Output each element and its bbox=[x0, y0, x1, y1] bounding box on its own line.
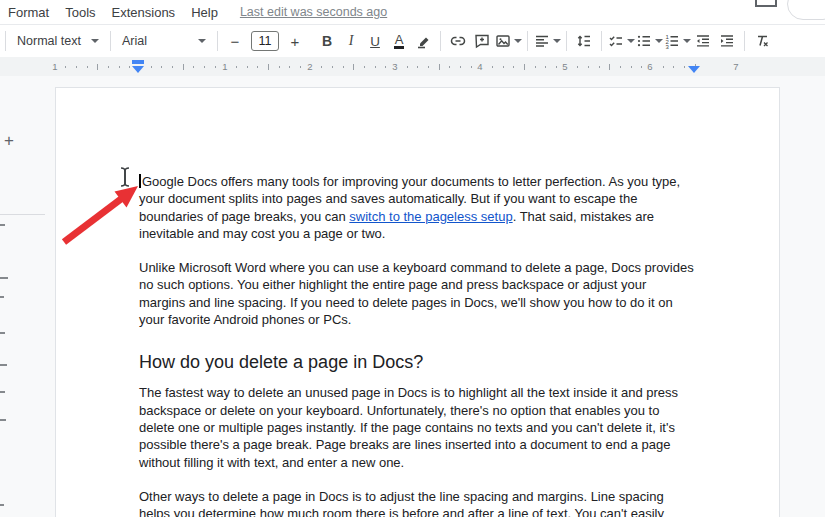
toolbar-divider bbox=[527, 31, 528, 51]
clear-formatting-button[interactable] bbox=[750, 29, 774, 53]
toolbar-divider bbox=[601, 31, 602, 51]
outline-item-mark bbox=[0, 332, 5, 334]
increase-indent-button[interactable] bbox=[715, 29, 739, 53]
font-family-dropdown[interactable]: Arial bbox=[116, 29, 212, 53]
align-button[interactable] bbox=[533, 29, 561, 53]
menu-format[interactable]: Format bbox=[0, 5, 57, 20]
chevron-down-icon bbox=[683, 39, 691, 43]
ruler-number: 1 bbox=[219, 60, 230, 73]
line-spacing-button[interactable] bbox=[572, 29, 596, 53]
toolbar-divider bbox=[566, 31, 567, 51]
document-canvas: + Google Docs offers many tools for impr… bbox=[0, 76, 825, 517]
increase-indent-icon bbox=[718, 32, 736, 50]
paragraph[interactable]: The fastest way to delete an unused page… bbox=[139, 384, 695, 470]
decrease-indent-icon bbox=[694, 32, 712, 50]
format-toolbar: Normal text Arial − 11 + B I U A bbox=[0, 25, 825, 57]
paragraph[interactable]: Google Docs offers many tools for improv… bbox=[139, 173, 695, 242]
image-icon bbox=[494, 32, 512, 50]
chevron-down-icon bbox=[91, 39, 99, 43]
right-indent-marker[interactable] bbox=[688, 66, 700, 73]
horizontal-ruler[interactable]: 1 1 2 3 4 5 6 7 bbox=[0, 57, 825, 76]
paragraph[interactable]: Other ways to delete a page in Docs is t… bbox=[139, 488, 695, 517]
font-size-increase-button[interactable]: + bbox=[283, 29, 307, 53]
last-edit-link[interactable]: Last edit was seconds ago bbox=[240, 5, 387, 19]
toolbar-divider bbox=[110, 31, 111, 51]
outline-item-mark bbox=[0, 296, 4, 298]
pageless-setup-link[interactable]: switch to the pageless setup bbox=[349, 209, 512, 224]
comment-icon bbox=[473, 32, 491, 50]
add-comment-button[interactable] bbox=[470, 29, 494, 53]
align-left-icon bbox=[533, 32, 551, 50]
document-text[interactable]: Google Docs offers many tools for improv… bbox=[139, 173, 695, 517]
ruler-number: 3 bbox=[389, 60, 400, 73]
clear-formatting-icon bbox=[753, 32, 771, 50]
font-family-value: Arial bbox=[122, 34, 147, 48]
minus-icon: − bbox=[226, 33, 244, 50]
chevron-down-icon bbox=[655, 39, 663, 43]
svg-text:3: 3 bbox=[666, 44, 670, 50]
checklist-icon bbox=[607, 32, 625, 50]
outline-item-mark bbox=[0, 504, 4, 506]
toolbar-divider bbox=[744, 31, 745, 51]
outline-item-mark bbox=[0, 277, 8, 279]
video-call-icon[interactable] bbox=[755, 0, 777, 7]
ruler-number: 7 bbox=[730, 60, 741, 73]
font-size-decrease-button[interactable]: − bbox=[223, 29, 247, 53]
ruler-number: 6 bbox=[644, 60, 655, 73]
toolbar-divider bbox=[5, 31, 6, 51]
bulleted-list-button[interactable] bbox=[635, 29, 663, 53]
insert-link-button[interactable] bbox=[446, 29, 470, 53]
ruler-number: 5 bbox=[559, 60, 570, 73]
paragraph[interactable]: Unlike Microsoft Word where you can use … bbox=[139, 259, 695, 328]
chevron-down-icon bbox=[198, 39, 206, 43]
paragraph-style-value: Normal text bbox=[17, 34, 81, 48]
link-icon bbox=[449, 32, 467, 50]
outline-divider bbox=[0, 214, 45, 215]
italic-button[interactable]: I bbox=[339, 29, 363, 53]
outline-item-mark bbox=[0, 391, 5, 393]
numbered-list-icon: 1 2 3 bbox=[663, 32, 681, 50]
menu-help[interactable]: Help bbox=[183, 5, 226, 20]
plus-icon: + bbox=[286, 33, 304, 50]
underline-button[interactable]: U bbox=[363, 29, 387, 53]
add-summary-button[interactable]: + bbox=[1, 133, 17, 149]
text-color-icon: A bbox=[394, 34, 405, 49]
line-spacing-icon bbox=[575, 32, 593, 50]
share-button[interactable] bbox=[787, 0, 825, 20]
section-heading[interactable]: How do you delete a page in Docs? bbox=[139, 349, 695, 375]
ruler-number: 1 bbox=[49, 60, 60, 73]
outline-item-mark bbox=[0, 224, 5, 226]
font-size-input[interactable]: 11 bbox=[251, 31, 279, 51]
chevron-down-icon bbox=[627, 39, 635, 43]
highlighter-icon bbox=[414, 32, 432, 50]
outline-item-mark bbox=[0, 419, 6, 421]
highlight-color-button[interactable] bbox=[411, 29, 435, 53]
ruler-number: 4 bbox=[474, 60, 485, 73]
text-color-button[interactable]: A bbox=[387, 29, 411, 53]
menu-tools[interactable]: Tools bbox=[57, 5, 103, 20]
menu-bar: Format Tools Extensions Help Last edit w… bbox=[0, 0, 825, 25]
ruler-number: 2 bbox=[304, 60, 315, 73]
insert-image-button[interactable] bbox=[494, 29, 522, 53]
bulleted-list-icon bbox=[635, 32, 653, 50]
text-caret bbox=[139, 174, 141, 188]
decrease-indent-button[interactable] bbox=[691, 29, 715, 53]
outline-item-mark bbox=[0, 364, 7, 366]
left-indent-marker[interactable] bbox=[132, 66, 144, 73]
chevron-down-icon bbox=[514, 39, 522, 43]
toolbar-divider bbox=[217, 31, 218, 51]
chevron-down-icon bbox=[553, 39, 561, 43]
toolbar-divider bbox=[440, 31, 441, 51]
first-line-indent-marker[interactable] bbox=[132, 60, 144, 64]
document-page[interactable]: Google Docs offers many tools for improv… bbox=[55, 87, 780, 517]
numbered-list-button[interactable]: 1 2 3 bbox=[663, 29, 691, 53]
bold-button[interactable]: B bbox=[315, 29, 339, 53]
menu-extensions[interactable]: Extensions bbox=[104, 5, 184, 20]
paragraph-style-dropdown[interactable]: Normal text bbox=[11, 29, 105, 53]
checklist-button[interactable] bbox=[607, 29, 635, 53]
